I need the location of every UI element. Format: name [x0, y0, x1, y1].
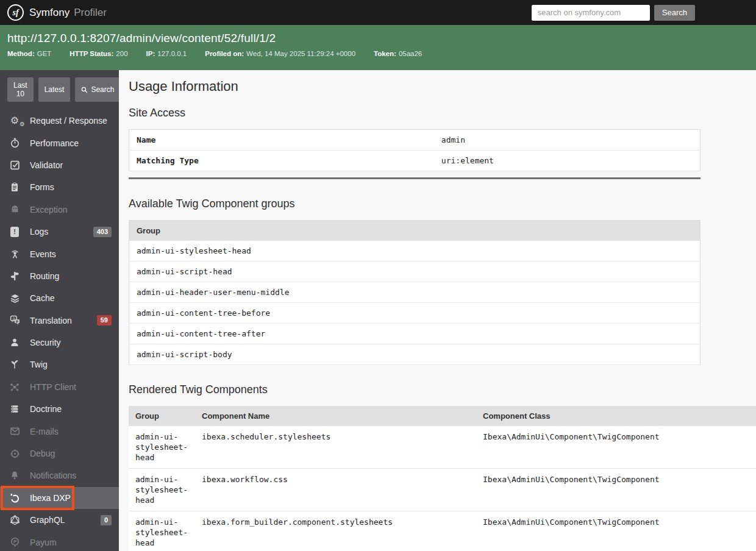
- profiled-on-value: Wed, 14 May 2025 11:29:24 +0000: [246, 50, 355, 57]
- sidebar-item-translation[interactable]: a Translation 59: [0, 310, 119, 332]
- sidebar-item-ibexa-dxp[interactable]: Ibexa DXP: [0, 487, 119, 509]
- graphql-icon: [7, 515, 22, 525]
- method-label: Method:: [7, 50, 35, 57]
- database-icon: [7, 404, 22, 414]
- last-10-button[interactable]: Last 10: [7, 77, 34, 102]
- brand-title[interactable]: Symfony: [29, 7, 70, 19]
- envelope-icon: [7, 426, 22, 436]
- graphql-count-badge: 0: [101, 515, 112, 525]
- section-divider: [129, 177, 701, 179]
- sidebar-item-logs[interactable]: ! Logs 403: [0, 221, 119, 243]
- rendered-col-name: Component Name: [195, 406, 476, 426]
- sidebar-menu: ⚙⚙ Request / Response Performance Valida…: [0, 110, 119, 551]
- sidebar-item-emails[interactable]: E-mails: [0, 420, 119, 442]
- http-status-value: 200: [116, 50, 127, 57]
- site-access-table: Name admin Matching Type uri:element: [129, 129, 701, 171]
- layers-icon: [7, 293, 22, 304]
- site-access-heading: Site Access: [129, 107, 756, 119]
- brand-subtitle: Profiler: [74, 7, 107, 19]
- site-access-matching-type-value: uri:element: [434, 151, 701, 171]
- profiled-on-label: Profiled on:: [205, 50, 244, 57]
- gears-icon: ⚙⚙: [7, 116, 22, 126]
- broadcast-icon: [7, 249, 22, 259]
- sidebar-item-security[interactable]: Security: [0, 332, 119, 354]
- ghost-icon: [7, 204, 22, 215]
- http-status-label: HTTP Status:: [70, 50, 113, 57]
- signpost-icon: [7, 271, 22, 281]
- payum-pin-icon: P: [7, 537, 22, 547]
- sidebar-item-twig[interactable]: Twig: [0, 354, 119, 375]
- site-access-matching-type-label: Matching Type: [129, 151, 434, 171]
- sidebar-search-button[interactable]: Search: [75, 77, 119, 102]
- page-title: Usage Information: [129, 79, 756, 94]
- target-icon: [7, 449, 22, 459]
- profiler-sidebar: Last 10 Latest Search ⚙⚙ Request / Respo…: [0, 70, 119, 551]
- table-row: admin-ui-content-tree-before: [129, 303, 701, 324]
- sidebar-item-exception[interactable]: Exception: [0, 199, 119, 221]
- token-label: Token:: [374, 50, 396, 57]
- sidebar-item-validator[interactable]: Validator: [0, 154, 119, 176]
- sidebar-item-notifications[interactable]: Notifications: [0, 464, 119, 486]
- sidebar-item-performance[interactable]: Performance: [0, 132, 119, 154]
- topbar-search: Search: [532, 5, 695, 21]
- groups-column-header: Group: [129, 221, 701, 241]
- sidebar-item-debug[interactable]: Debug: [0, 443, 119, 464]
- sidebar-item-http-client[interactable]: HTTP Client: [0, 376, 119, 398]
- site-access-name-value: admin: [434, 130, 701, 151]
- rendered-col-class: Component Class: [476, 406, 756, 426]
- table-row: Name admin: [129, 130, 701, 151]
- sidebar-item-routing[interactable]: Routing: [0, 265, 119, 287]
- log-book-icon: !: [7, 227, 22, 237]
- component-groups-table: Group admin-ui-stylesheet-head admin-ui-…: [129, 220, 701, 365]
- table-row: admin-ui-content-tree-after: [129, 324, 701, 344]
- clipboard-icon: [7, 182, 22, 192]
- rendered-components-table: Group Component Name Component Class adm…: [129, 406, 756, 551]
- symfony-search-input[interactable]: [532, 5, 650, 21]
- ip-value: 127.0.0.1: [157, 50, 187, 57]
- main-content: Usage Information Site Access Name admin…: [119, 70, 756, 551]
- request-url: http://127.0.0.1:8207/admin/view/content…: [7, 32, 749, 45]
- twig-plant-icon: [7, 360, 22, 369]
- sidebar-item-payum[interactable]: P Payum: [0, 531, 119, 551]
- sidebar-item-graphql[interactable]: GraphQL 0: [0, 509, 119, 531]
- network-icon: [7, 382, 22, 392]
- table-row: admin-ui-stylesheet-head ibexa.scheduler…: [129, 426, 756, 469]
- sidebar-item-doctrine[interactable]: Doctrine: [0, 398, 119, 420]
- sidebar-item-forms[interactable]: Forms: [0, 176, 119, 198]
- symfony-logo-icon[interactable]: sf: [7, 4, 24, 21]
- method-value: GET: [37, 50, 52, 57]
- rendered-col-group: Group: [129, 406, 195, 426]
- search-icon: [81, 87, 88, 93]
- token-value: 05aa26: [399, 50, 422, 57]
- logs-count-badge: 403: [93, 227, 112, 237]
- request-summary-bar: http://127.0.0.1:8207/admin/view/content…: [0, 25, 756, 70]
- table-row: admin-ui-stylesheet-head: [129, 241, 701, 261]
- svg-text:P: P: [13, 539, 17, 544]
- table-row: admin-ui-script-body: [129, 344, 701, 365]
- translate-icon: a: [7, 315, 22, 325]
- person-icon: [7, 338, 22, 347]
- site-access-name-label: Name: [129, 130, 434, 151]
- table-row: admin-ui-stylesheet-head ibexa.form_buil…: [129, 511, 756, 551]
- ibexa-logo-icon: [7, 492, 22, 503]
- sidebar-item-cache[interactable]: Cache: [0, 287, 119, 309]
- top-bar: sf Symfony Profiler Search: [0, 0, 756, 25]
- sidebar-item-request-response[interactable]: ⚙⚙ Request / Response: [0, 110, 119, 132]
- stopwatch-icon: [7, 138, 22, 148]
- request-meta: Method:GET HTTP Status:200 IP:127.0.0.1 …: [7, 50, 749, 57]
- sidebar-item-events[interactable]: Events: [0, 243, 119, 265]
- table-row: admin-ui-stylesheet-head ibexa.workflow.…: [129, 469, 756, 511]
- bell-icon: [7, 471, 22, 480]
- check-square-icon: [7, 160, 22, 170]
- table-row: Matching Type uri:element: [129, 151, 701, 171]
- translation-count-badge: 59: [97, 315, 112, 325]
- table-row: admin-ui-script-head: [129, 261, 701, 282]
- latest-button[interactable]: Latest: [38, 77, 71, 102]
- rendered-heading: Rendered Twig Components: [129, 383, 756, 396]
- symfony-search-button[interactable]: Search: [654, 5, 695, 21]
- groups-heading: Available Twig Component groups: [129, 197, 756, 210]
- ip-label: IP:: [146, 50, 155, 57]
- table-row: admin-ui-header-user-menu-middle: [129, 282, 701, 303]
